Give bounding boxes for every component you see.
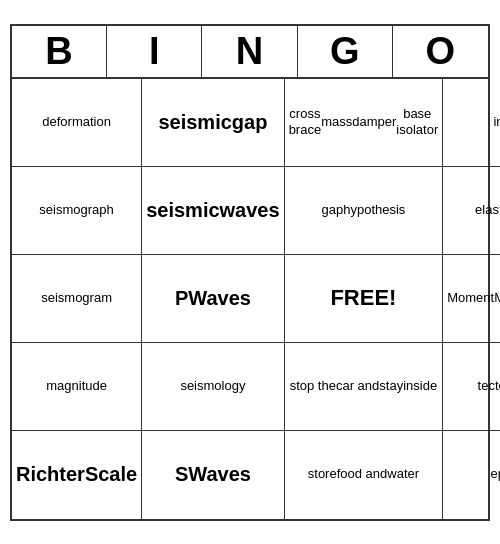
cell-text: intensity bbox=[493, 114, 500, 130]
bingo-cell: PWaves bbox=[142, 255, 284, 343]
bingo-cell: magnitude bbox=[12, 343, 142, 431]
cell-text: P bbox=[175, 286, 188, 311]
cell-text: water bbox=[387, 466, 419, 482]
cell-text: Waves bbox=[188, 462, 251, 487]
cell-text: Richter bbox=[16, 462, 85, 487]
cell-text: food and bbox=[337, 466, 388, 482]
bingo-cell: seismograph bbox=[12, 167, 142, 255]
cell-text: FREE! bbox=[330, 284, 396, 312]
bingo-grid: deformationseismicgapcross bracemassdamp… bbox=[12, 79, 488, 519]
cell-text: elastic bbox=[475, 202, 500, 218]
bingo-cell: FREE! bbox=[285, 255, 444, 343]
cell-text: epicenter bbox=[491, 466, 500, 482]
bingo-cell: seismicgap bbox=[142, 79, 284, 167]
bingo-cell: tectonicplates bbox=[443, 343, 500, 431]
cell-text: car and bbox=[336, 378, 379, 394]
cell-text: base isolator bbox=[396, 106, 438, 139]
bingo-cell: epicenter bbox=[443, 431, 500, 519]
header-letter: O bbox=[393, 26, 488, 77]
bingo-cell: RichterScale bbox=[12, 431, 142, 519]
cell-text: damper bbox=[352, 114, 396, 130]
header-letter: I bbox=[107, 26, 202, 77]
cell-text: deformation bbox=[42, 114, 111, 130]
bingo-cell: deformation bbox=[12, 79, 142, 167]
bingo-cell: SWaves bbox=[142, 431, 284, 519]
cell-text: seismograph bbox=[39, 202, 113, 218]
header-letter: G bbox=[298, 26, 393, 77]
cell-text: seismic bbox=[158, 110, 231, 135]
cell-text: cross brace bbox=[289, 106, 322, 139]
cell-text: seismology bbox=[180, 378, 245, 394]
bingo-cell: cross bracemassdamperbase isolator bbox=[285, 79, 444, 167]
cell-text: S bbox=[175, 462, 188, 487]
cell-text: Scale bbox=[85, 462, 137, 487]
cell-text: hypothesis bbox=[343, 202, 405, 218]
bingo-cell: MomentMagnitudeScale bbox=[443, 255, 500, 343]
bingo-cell: stop thecar andstayinside bbox=[285, 343, 444, 431]
cell-text: Waves bbox=[188, 286, 251, 311]
bingo-cell: seismogram bbox=[12, 255, 142, 343]
bingo-cell: gaphypothesis bbox=[285, 167, 444, 255]
cell-text: mass bbox=[321, 114, 352, 130]
cell-text: stop the bbox=[290, 378, 336, 394]
cell-text: magnitude bbox=[46, 378, 107, 394]
bingo-header: BINGO bbox=[12, 26, 488, 79]
cell-text: Moment bbox=[447, 290, 494, 306]
cell-text: seismogram bbox=[41, 290, 112, 306]
bingo-cell: seismology bbox=[142, 343, 284, 431]
header-letter: B bbox=[12, 26, 107, 77]
cell-text: tectonic bbox=[478, 378, 500, 394]
bingo-cell: elasticrebound bbox=[443, 167, 500, 255]
cell-text: inside bbox=[403, 378, 437, 394]
bingo-cell: intensity bbox=[443, 79, 500, 167]
cell-text: stay bbox=[379, 378, 403, 394]
bingo-cell: seismicwaves bbox=[142, 167, 284, 255]
cell-text: seismic bbox=[146, 198, 219, 223]
cell-text: Magnitude bbox=[494, 290, 500, 306]
bingo-cell: storefood andwater bbox=[285, 431, 444, 519]
header-letter: N bbox=[202, 26, 297, 77]
cell-text: gap bbox=[321, 202, 343, 218]
bingo-card: BINGO deformationseismicgapcross bracema… bbox=[10, 24, 490, 521]
cell-text: waves bbox=[220, 198, 280, 223]
cell-text: gap bbox=[232, 110, 268, 135]
cell-text: store bbox=[308, 466, 337, 482]
